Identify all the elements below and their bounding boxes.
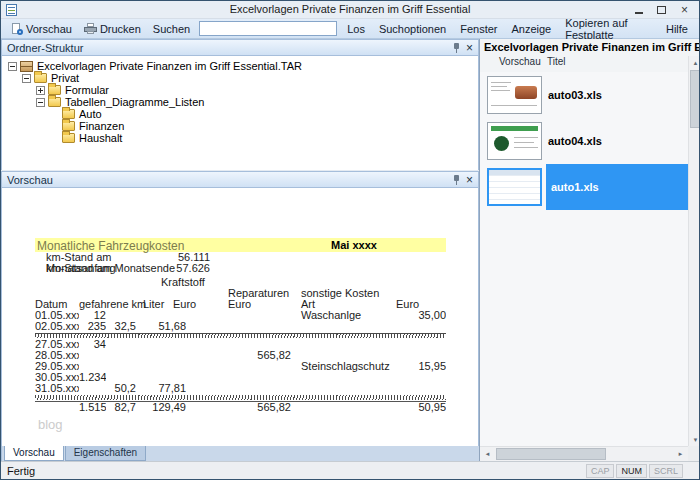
- folder-icon: [62, 133, 75, 143]
- drucken-button-label: Drucken: [100, 23, 141, 35]
- header-euro-kraftstoff: Euro: [173, 299, 196, 310]
- collapse-expander-icon[interactable]: [36, 98, 45, 107]
- column-header-vorschau[interactable]: Vorschau: [499, 56, 547, 72]
- folder-icon: [34, 73, 47, 83]
- panel-close-icon[interactable]: ×: [466, 175, 473, 185]
- file-row-auto03[interactable]: auto03.xls: [480, 72, 688, 118]
- green-chart-circle: [494, 136, 509, 151]
- maximize-icon: [657, 6, 666, 14]
- table-row: 29.05.xxxxSteinschlagschutz15,95: [35, 361, 446, 372]
- vertical-scrollbar[interactable]: ▲ ▼: [688, 56, 700, 446]
- pin-icon[interactable]: [452, 175, 461, 185]
- expand-expander-icon[interactable]: [36, 86, 45, 95]
- caps-lock-indicator: CAP: [586, 464, 615, 478]
- km-end-value: 57.626: [176, 263, 210, 274]
- watermark-text: blog: [38, 417, 63, 432]
- status-text: Fertig: [7, 465, 35, 477]
- folder-icon: [48, 85, 61, 95]
- tab-vorschau[interactable]: Vorschau: [4, 446, 64, 461]
- table-row: 01.05.xxxx12Waschanlge35,00: [35, 310, 446, 321]
- tree-item-tabellen[interactable]: Tabellen_Diagramme_Listen: [2, 96, 478, 108]
- toolbar: Vorschau Drucken Suchen Los Suchoptionen…: [1, 19, 699, 39]
- sheet-header-band: [489, 170, 540, 175]
- pin-icon[interactable]: [452, 43, 461, 53]
- vertical-scroll-thumb[interactable]: [690, 70, 700, 128]
- hilfe-menu[interactable]: Hilfe: [659, 22, 695, 36]
- minimize-icon: [635, 12, 643, 14]
- sheet-month: Mai xxxx: [331, 239, 377, 251]
- file-name: auto04.xls: [548, 135, 602, 147]
- file-list: auto03.xls auto04.xls auto1.xls: [480, 72, 688, 446]
- sheet-table-middle: 27.05.xxxx34 28.05.xxxx565,82 29.05.xxxx…: [35, 339, 446, 394]
- horizontal-scroll-thumb[interactable]: [496, 448, 606, 460]
- tree-item-label: Excelvorlagen Private Finanzen im Griff …: [37, 60, 302, 72]
- folder-icon: [62, 121, 75, 131]
- los-button[interactable]: Los: [340, 22, 372, 36]
- header-kraftstoff: Kraftstoff: [161, 277, 205, 288]
- tree-item-label: Auto: [79, 108, 102, 120]
- file-panel: Excelvorlagen Private Finanzen im Griff …: [479, 39, 700, 461]
- totals-row: 1.51582,7129,49565,8250,95: [35, 402, 446, 414]
- folder-panel-header: Ordner-Struktur ×: [1, 39, 479, 56]
- vorschau-button[interactable]: Vorschau: [5, 21, 78, 37]
- collapse-expander-icon[interactable]: [8, 62, 17, 71]
- suchen-label: Suchen: [147, 21, 196, 37]
- suchoptionen-menu[interactable]: Suchoptionen: [372, 22, 453, 36]
- tree-item-archive[interactable]: Excelvorlagen Private Finanzen im Griff …: [2, 60, 478, 72]
- app-window: Excelvorlagen Private Finanzen im Griff …: [0, 0, 700, 480]
- tab-eigenschaften[interactable]: Eigenschaften: [65, 446, 146, 461]
- tree-item-haushalt[interactable]: Haushalt: [2, 132, 478, 144]
- squiggle-separator: [35, 395, 446, 400]
- km-end-label: km-Stand am Monatsende: [46, 263, 176, 274]
- tree-item-finanzen[interactable]: Finanzen: [2, 120, 478, 132]
- file-row-auto04[interactable]: auto04.xls: [480, 118, 688, 164]
- sheet-table-totals: 1.51582,7129,49565,8250,95: [35, 401, 446, 413]
- file-thumbnail[interactable]: [487, 168, 542, 206]
- drucken-button[interactable]: Drucken: [78, 21, 147, 37]
- header-gefahrene-km: gefahrene km: [79, 299, 146, 310]
- tree-item-auto[interactable]: Auto: [2, 108, 478, 120]
- file-thumbnail[interactable]: [487, 122, 542, 160]
- horizontal-scroll-track[interactable]: [495, 447, 673, 461]
- horizontal-scrollbar[interactable]: ◄ ►: [480, 446, 688, 461]
- scrollbar-corner: [688, 446, 700, 461]
- table-row: 28.05.xxxx565,82: [35, 350, 446, 361]
- green-bar: [491, 126, 538, 131]
- folder-panel-title: Ordner-Struktur: [7, 42, 83, 54]
- column-header-titel[interactable]: Titel: [547, 56, 566, 72]
- scroll-lock-indicator: SCRL: [649, 464, 683, 478]
- tree-item-label: Haushalt: [79, 132, 122, 144]
- vorschau-button-label: Vorschau: [26, 23, 72, 35]
- file-name: auto03.xls: [548, 89, 602, 101]
- scroll-left-icon[interactable]: ◄: [480, 447, 495, 461]
- collapse-expander-icon[interactable]: [22, 74, 31, 83]
- anzeige-menu[interactable]: Anzeige: [504, 22, 558, 36]
- preview-icon: [11, 23, 23, 35]
- search-input[interactable]: [199, 21, 337, 36]
- fenster-menu[interactable]: Fenster: [453, 22, 504, 36]
- tree-item-formular[interactable]: Formular: [2, 84, 478, 96]
- close-button[interactable]: ×: [673, 2, 696, 17]
- scroll-right-icon[interactable]: ►: [673, 447, 688, 461]
- num-lock-indicator: NUM: [616, 464, 647, 478]
- printer-icon: [84, 23, 97, 34]
- preview-body: Monatliche Fahrzeugkosten Mai xxxx km-St…: [1, 188, 479, 446]
- statusbar: Fertig CAP NUM SCRL: [1, 461, 699, 479]
- file-thumbnail[interactable]: [487, 76, 542, 114]
- panel-close-icon[interactable]: ×: [466, 43, 473, 53]
- header-euro-reparaturen: Euro: [228, 299, 251, 310]
- scroll-down-icon[interactable]: ▼: [689, 433, 700, 446]
- sheet-title: Monatliche Fahrzeugkosten: [37, 239, 184, 253]
- scroll-up-icon[interactable]: ▲: [689, 56, 700, 69]
- header-datum: Datum: [35, 299, 67, 310]
- kopieren-menu[interactable]: Kopieren auf Festplatte: [558, 16, 659, 42]
- file-list-column-headers: Vorschau Titel: [480, 56, 700, 72]
- status-indicators: CAP NUM SCRL: [586, 464, 683, 478]
- file-row-auto1-selected[interactable]: auto1.xls: [480, 164, 688, 210]
- tree-item-privat[interactable]: Privat: [2, 72, 478, 84]
- close-icon: ×: [681, 4, 688, 16]
- file-name: auto1.xls: [551, 181, 599, 193]
- sheet-grid: [489, 170, 540, 204]
- table-row: 27.05.xxxx34: [35, 339, 446, 350]
- preview-panel-header: Vorschau ×: [1, 171, 479, 188]
